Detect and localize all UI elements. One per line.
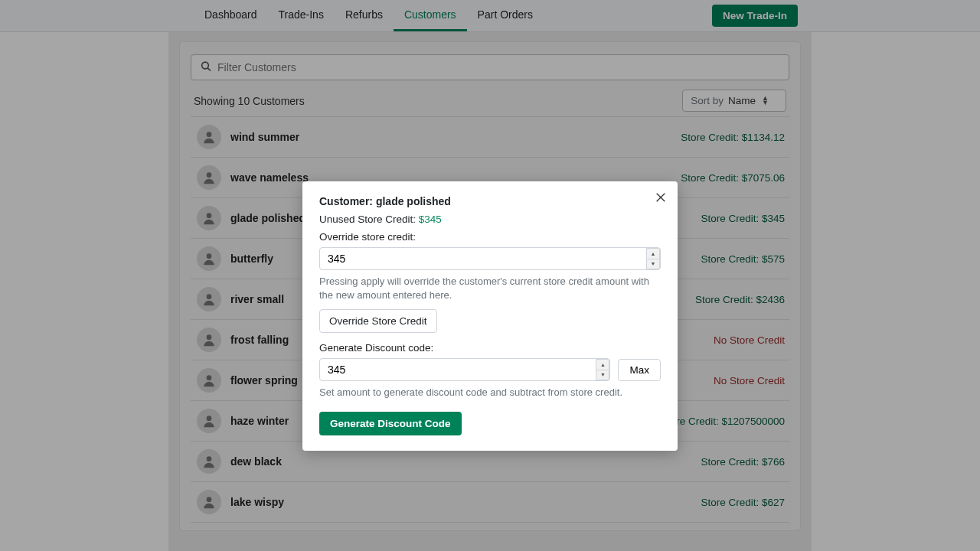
override-store-credit-button[interactable]: Override Store Credit: [319, 309, 437, 333]
override-spinner: ▲ ▼: [646, 248, 660, 269]
discount-spinner: ▲ ▼: [596, 359, 609, 380]
unused-credit-value: $345: [419, 214, 442, 225]
close-icon: [655, 191, 667, 204]
override-help-text: Pressing apply will override the custome…: [319, 275, 661, 302]
modal-close-button[interactable]: [652, 187, 670, 209]
override-credit-label: Override store credit:: [319, 231, 661, 243]
customer-modal: Customer: glade polished Unused Store Cr…: [302, 181, 678, 451]
override-credit-input[interactable]: [319, 247, 661, 270]
override-step-down[interactable]: ▼: [646, 259, 660, 270]
discount-help-text: Set amount to generate discount code and…: [319, 386, 661, 399]
discount-amount-input[interactable]: [319, 358, 610, 381]
modal-title: Customer: glade polished: [319, 195, 661, 207]
discount-step-up[interactable]: ▲: [596, 359, 609, 370]
unused-credit-line: Unused Store Credit: $345: [319, 214, 661, 225]
discount-code-label: Generate Discount code:: [319, 342, 661, 354]
generate-discount-code-button[interactable]: Generate Discount Code: [319, 412, 462, 435]
max-button[interactable]: Max: [618, 359, 661, 381]
override-step-up[interactable]: ▲: [646, 248, 660, 259]
discount-step-down[interactable]: ▼: [596, 370, 609, 381]
